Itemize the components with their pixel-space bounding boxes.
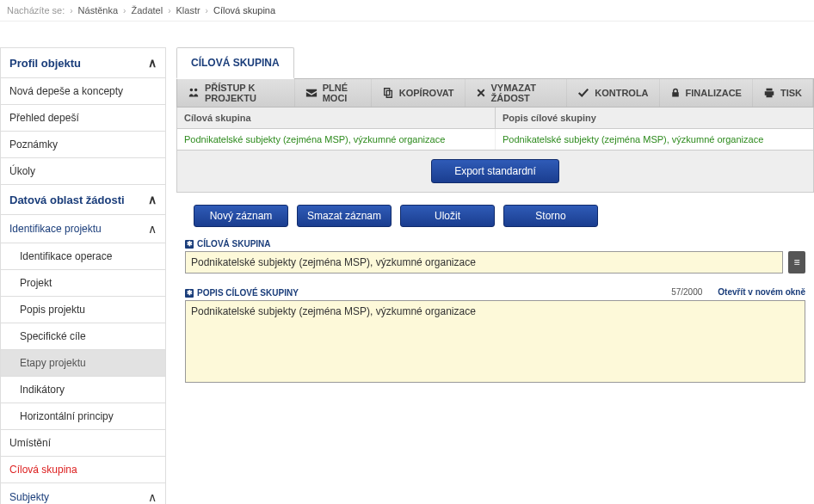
breadcrumb-label: Nacházíte se: [7, 5, 65, 15]
picker-button[interactable]: ≡ [788, 251, 805, 274]
chevron-up-icon: ∧ [148, 222, 157, 236]
chevron-up-icon: ∧ [148, 56, 157, 70]
sidebar-subheader-subjects[interactable]: Subjekty ∧ [1, 483, 165, 504]
chevron-right-icon: › [168, 6, 170, 15]
breadcrumb: Nacházíte se: › Nástěnka › Žadatel › Kla… [0, 0, 814, 22]
sidebar-item-notes[interactable]: Poznámky [1, 132, 165, 158]
sidebar-item-project[interactable]: Projekt [1, 270, 165, 297]
export-bar: Export standardní [176, 151, 814, 193]
cancel-button[interactable]: Storno [503, 205, 598, 227]
sidebar: Profil objektu ∧ Nová depeše a koncepty … [0, 47, 166, 504]
chevron-up-icon: ∧ [148, 490, 157, 504]
main-content: CÍLOVÁ SKUPINA PŘÍSTUP K PROJEKTU PLNÉ M… [176, 47, 814, 504]
form-area: ✱ CÍLOVÁ SKUPINA ≡ ✱ POPIS CÍLOVÉ SKUPIN… [176, 236, 814, 396]
chevron-right-icon: › [206, 6, 208, 15]
sidebar-item-project-desc[interactable]: Popis projektu [1, 297, 165, 323]
chevron-right-icon: › [123, 6, 126, 15]
check-icon [577, 87, 589, 99]
toolbar-label: VYMAZAT ŽÁDOST [491, 83, 557, 103]
print-icon [763, 87, 775, 99]
field-label-text: CÍLOVÁ SKUPINA [197, 239, 271, 249]
export-button[interactable]: Export standardní [431, 159, 559, 183]
toolbar-copy[interactable]: KOPÍROVAT [372, 79, 466, 107]
field-label-desc: ✱ POPIS CÍLOVÉ SKUPINY [185, 288, 299, 298]
table-row[interactable]: Podnikatelské subjekty (zejména MSP), vý… [177, 129, 813, 150]
toolbar-label: PLNÉ MOCI [323, 83, 361, 103]
target-group-desc-textarea[interactable] [185, 300, 805, 383]
save-button[interactable]: Uložit [400, 205, 495, 227]
sidebar-subheader-label: Subjekty [9, 491, 49, 503]
breadcrumb-item-current: Cílová skupina [213, 5, 275, 15]
sidebar-item-project-stages[interactable]: Etapy projektu [1, 350, 165, 377]
toolbar-check[interactable]: KONTROLA [567, 79, 659, 107]
column-header-desc[interactable]: Popis cílové skupiny [496, 108, 813, 129]
sidebar-item-new-message[interactable]: Nová depeše a koncepty [1, 78, 165, 105]
tab-bar: CÍLOVÁ SKUPINA [176, 47, 814, 79]
sidebar-header-label: Profil objektu [9, 57, 81, 70]
table-cell: Podnikatelské subjekty (zejména MSP), vý… [177, 129, 496, 150]
toolbar-label: TISK [780, 88, 802, 98]
toolbar-label: KONTROLA [595, 88, 648, 98]
list-icon: ≡ [793, 256, 799, 268]
sidebar-item-tasks[interactable]: Úkoly [1, 158, 165, 185]
required-icon: ✱ [185, 240, 194, 249]
table-header: Cílová skupina Popis cílové skupiny [177, 108, 813, 129]
breadcrumb-item[interactable]: Klastr [176, 5, 200, 15]
toolbar-label: KOPÍROVAT [399, 88, 454, 98]
toolbar-label: FINALIZACE [686, 88, 742, 98]
sidebar-item-indicators[interactable]: Indikátory [1, 377, 165, 403]
column-header-group[interactable]: Cílová skupina [177, 108, 496, 129]
envelope-icon [305, 87, 318, 99]
sidebar-item-target-group[interactable]: Cílová skupina [1, 457, 165, 483]
sidebar-subheader-identification[interactable]: Identifikace projektu ∧ [1, 215, 165, 243]
toolbar-finalize[interactable]: FINALIZACE [660, 79, 753, 107]
breadcrumb-item[interactable]: Nástěnka [78, 5, 118, 15]
sidebar-header-profile[interactable]: Profil objektu ∧ [1, 48, 165, 78]
toolbar-fullpower[interactable]: PLNÉ MOCI [295, 79, 372, 107]
x-icon [476, 88, 486, 98]
open-new-window-link[interactable]: Otevřít v novém okně [718, 287, 805, 297]
table-cell: Podnikatelské subjekty (zejména MSP), vý… [496, 129, 813, 150]
target-group-input[interactable] [185, 251, 783, 274]
toolbar-print[interactable]: TISK [753, 79, 813, 107]
toolbar-delete[interactable]: VYMAZAT ŽÁDOST [466, 79, 568, 107]
sidebar-header-label: Datová oblast žádosti [9, 194, 125, 206]
toolbar: PŘÍSTUP K PROJEKTU PLNÉ MOCI KOPÍROVAT V… [176, 78, 814, 108]
delete-record-button[interactable]: Smazat záznam [297, 205, 392, 227]
sidebar-item-location[interactable]: Umístění [1, 430, 165, 457]
people-icon [188, 87, 200, 99]
breadcrumb-item[interactable]: Žadatel [131, 5, 163, 15]
new-record-button[interactable]: Nový záznam [194, 205, 288, 227]
lock-icon [670, 87, 681, 99]
char-counter: 57/2000 [671, 287, 702, 297]
sidebar-header-data[interactable]: Datová oblast žádosti ∧ [1, 185, 165, 215]
tab-target-group[interactable]: CÍLOVÁ SKUPINA [176, 47, 294, 79]
field-label-group: ✱ CÍLOVÁ SKUPINA [185, 239, 805, 249]
chevron-up-icon: ∧ [148, 193, 157, 206]
copy-icon [382, 87, 394, 99]
action-buttons: Nový záznam Smazat záznam Uložit Storno [176, 193, 814, 236]
sidebar-item-messages[interactable]: Přehled depeší [1, 105, 165, 132]
data-table: Cílová skupina Popis cílové skupiny Podn… [176, 108, 814, 151]
sidebar-subheader-label: Identifikace projektu [9, 223, 102, 235]
required-icon: ✱ [185, 289, 194, 298]
field-label-text: POPIS CÍLOVÉ SKUPINY [197, 288, 299, 298]
toolbar-label: PŘÍSTUP K PROJEKTU [205, 83, 284, 103]
toolbar-access[interactable]: PŘÍSTUP K PROJEKTU [177, 79, 295, 107]
sidebar-item-specific-goals[interactable]: Specifické cíle [1, 323, 165, 350]
sidebar-item-horizontal[interactable]: Horizontální principy [1, 403, 165, 430]
chevron-right-icon: › [70, 6, 72, 15]
sidebar-item-operation-id[interactable]: Identifikace operace [1, 243, 165, 270]
